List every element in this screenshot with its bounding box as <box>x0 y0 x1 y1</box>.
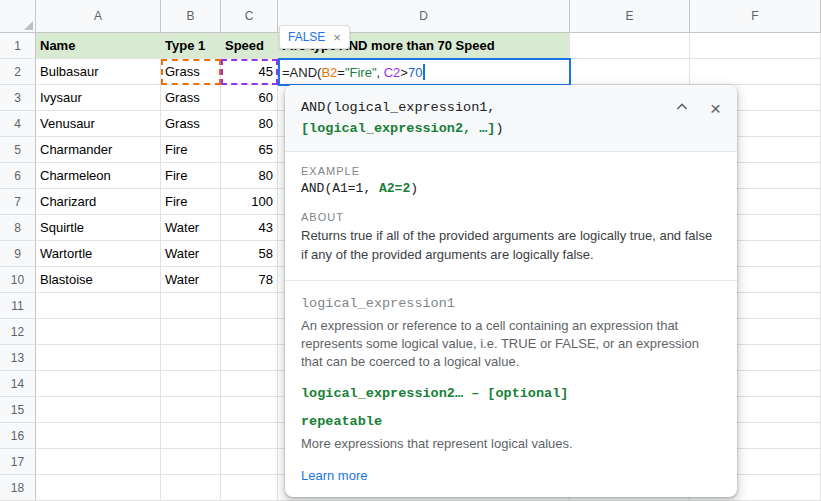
cell-B11[interactable] <box>161 293 221 319</box>
cell-E2[interactable] <box>570 59 690 85</box>
cell-B18[interactable] <box>161 475 221 501</box>
cell-E1[interactable] <box>570 33 690 59</box>
cell-B6[interactable]: Fire <box>161 163 221 189</box>
cell-B17[interactable] <box>161 449 221 475</box>
signature-optional-arg: [logical_expression2, …] <box>301 121 495 136</box>
column-header-E[interactable]: E <box>570 0 690 33</box>
cell-C13[interactable] <box>221 345 278 371</box>
cell-B4[interactable]: Grass <box>161 111 221 137</box>
cell-B12[interactable] <box>161 319 221 345</box>
column-header-C[interactable]: C <box>221 0 278 33</box>
row-header-13[interactable]: 13 <box>0 345 36 371</box>
cell-B13[interactable] <box>161 345 221 371</box>
formula-token: , <box>377 65 384 80</box>
row-header-8[interactable]: 8 <box>0 215 36 241</box>
chip-close-icon[interactable]: × <box>333 30 341 45</box>
cell-F1[interactable] <box>690 33 821 59</box>
row-header-16[interactable]: 16 <box>0 423 36 449</box>
column-header-B[interactable]: B <box>161 0 221 33</box>
cell-F2[interactable] <box>690 59 821 85</box>
row-header-11[interactable]: 11 <box>0 293 36 319</box>
row-header-6[interactable]: 6 <box>0 163 36 189</box>
row-header-17[interactable]: 17 <box>0 449 36 475</box>
cell-C5[interactable]: 65 <box>221 137 278 163</box>
cell-A17[interactable] <box>36 449 161 475</box>
cell-C6[interactable]: 80 <box>221 163 278 189</box>
row-header-2[interactable]: 2 <box>0 59 36 85</box>
row-header-7[interactable]: 7 <box>0 189 36 215</box>
cell-A10[interactable]: Blastoise <box>36 267 161 293</box>
cell-A1[interactable]: Name <box>36 33 161 59</box>
cell-A15[interactable] <box>36 397 161 423</box>
formula-result-value: FALSE <box>288 30 325 44</box>
row-header-5[interactable]: 5 <box>0 137 36 163</box>
cell-C8[interactable]: 43 <box>221 215 278 241</box>
cell-C17[interactable] <box>221 449 278 475</box>
collapse-chevron-icon[interactable] <box>674 99 690 118</box>
cell-C9[interactable]: 58 <box>221 241 278 267</box>
cell-B15[interactable] <box>161 397 221 423</box>
learn-more-link[interactable]: Learn more <box>301 468 367 483</box>
cell-B3[interactable]: Grass <box>161 85 221 111</box>
row-header-15[interactable]: 15 <box>0 397 36 423</box>
select-all-corner[interactable] <box>0 0 36 33</box>
cell-A7[interactable]: Charizard <box>36 189 161 215</box>
cell-C14[interactable] <box>221 371 278 397</box>
cell-A4[interactable]: Venusaur <box>36 111 161 137</box>
cell-A18[interactable] <box>36 475 161 501</box>
cell-A5[interactable]: Charmander <box>36 137 161 163</box>
cell-C3[interactable]: 60 <box>221 85 278 111</box>
cell-C15[interactable] <box>221 397 278 423</box>
cell-C16[interactable] <box>221 423 278 449</box>
row-header-9[interactable]: 9 <box>0 241 36 267</box>
row-header-12[interactable]: 12 <box>0 319 36 345</box>
column-header-F[interactable]: F <box>690 0 821 33</box>
cell-C10[interactable]: 78 <box>221 267 278 293</box>
popup-header: AND(logical_expression1, [logical_expres… <box>285 85 737 152</box>
cell-B8[interactable]: Water <box>161 215 221 241</box>
row-header-10[interactable]: 10 <box>0 267 36 293</box>
row-header-1[interactable]: 1 <box>0 33 36 59</box>
cell-A8[interactable]: Squirtle <box>36 215 161 241</box>
cell-A12[interactable] <box>36 319 161 345</box>
cell-A6[interactable]: Charmeleon <box>36 163 161 189</box>
formula-text: =AND(B2="Fire", C2>70 <box>282 65 422 80</box>
cell-B16[interactable] <box>161 423 221 449</box>
cell-A16[interactable] <box>36 423 161 449</box>
section-divider <box>285 280 737 281</box>
cell-A11[interactable] <box>36 293 161 319</box>
cell-B5[interactable]: Fire <box>161 137 221 163</box>
cell-A3[interactable]: Ivysaur <box>36 85 161 111</box>
column-header-band: ABCDEF <box>0 0 821 33</box>
cell-C7[interactable]: 100 <box>221 189 278 215</box>
cell-C11[interactable] <box>221 293 278 319</box>
cell-B2[interactable]: Grass <box>161 59 221 85</box>
cell-A13[interactable] <box>36 345 161 371</box>
cell-A9[interactable]: Wartortle <box>36 241 161 267</box>
cell-B14[interactable] <box>161 371 221 397</box>
param1-name: logical_expression1 <box>301 296 721 311</box>
popup-close-icon[interactable]: × <box>710 99 721 118</box>
cell-B9[interactable]: Water <box>161 241 221 267</box>
cell-C4[interactable]: 80 <box>221 111 278 137</box>
row-header-4[interactable]: 4 <box>0 111 36 137</box>
row-header-18[interactable]: 18 <box>0 475 36 501</box>
cell-C1[interactable]: Speed <box>221 33 278 59</box>
cell-C12[interactable] <box>221 319 278 345</box>
cell-editor-D2[interactable]: =AND(B2="Fire", C2>70 <box>278 58 571 86</box>
cell-B1[interactable]: Type 1 <box>161 33 221 59</box>
cell-C18[interactable] <box>221 475 278 501</box>
row-header-14[interactable]: 14 <box>0 371 36 397</box>
cell-B7[interactable]: Fire <box>161 189 221 215</box>
example-part: ) <box>410 181 418 196</box>
row-header-3[interactable]: 3 <box>0 85 36 111</box>
column-header-A[interactable]: A <box>36 0 161 33</box>
signature-line1: AND(logical_expression1, <box>301 100 495 115</box>
popup-header-actions: × <box>674 99 721 118</box>
text-caret <box>423 64 425 80</box>
cell-B10[interactable]: Water <box>161 267 221 293</box>
cell-C2[interactable]: 45 <box>221 59 278 85</box>
cell-A14[interactable] <box>36 371 161 397</box>
select-all-triangle-icon <box>24 21 33 30</box>
cell-A2[interactable]: Bulbasaur <box>36 59 161 85</box>
